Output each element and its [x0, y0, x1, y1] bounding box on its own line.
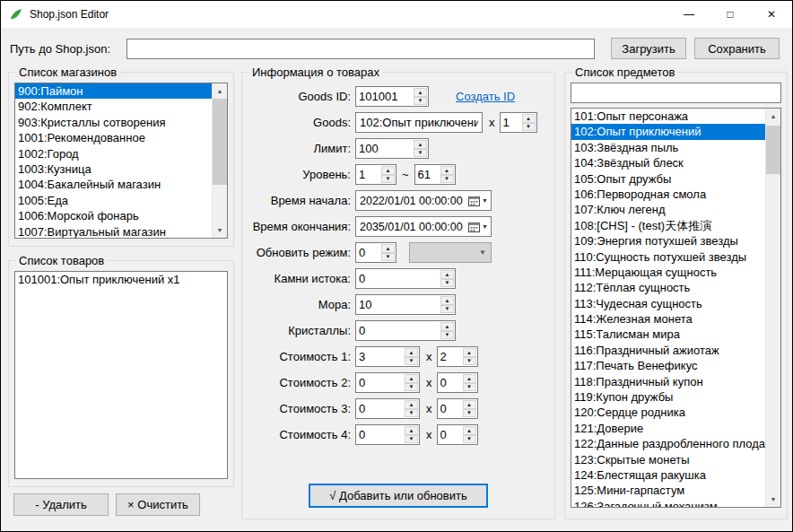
spin-up-icon[interactable]: ▲ [381, 166, 395, 175]
spin-up-icon[interactable]: ▲ [381, 244, 395, 253]
spin-down-icon[interactable]: ▼ [463, 409, 476, 418]
spin-up-icon[interactable]: ▲ [405, 348, 418, 357]
scroll-up-icon[interactable]: ▲ [213, 83, 227, 99]
refresh-mode-combo[interactable]: ▼ [409, 242, 492, 263]
spin-up-icon[interactable]: ▲ [405, 400, 418, 409]
list-item[interactable]: 117:Печать Венефикус [571, 358, 765, 373]
list-item[interactable]: 900:Паймон [15, 83, 212, 99]
list-item[interactable]: 101001:Опыт приключений x1 [15, 272, 227, 287]
spin-down-icon[interactable]: ▼ [405, 383, 418, 392]
spin-down-icon[interactable]: ▼ [405, 409, 418, 418]
item-list-scrollbar[interactable]: ▲ ▼ [765, 109, 780, 507]
list-item[interactable]: 106:Первородная смола [571, 187, 765, 202]
primogems-input[interactable] [356, 269, 440, 288]
list-item[interactable]: 1007:Виртуальный магазин [15, 224, 212, 238]
list-item[interactable]: 101:Опыт персонажа [571, 109, 765, 124]
spin-up-icon[interactable]: ▲ [405, 426, 418, 435]
spin-down-icon[interactable]: ▼ [522, 123, 536, 132]
spin-up-icon[interactable]: ▲ [440, 166, 454, 175]
primogems-spinner[interactable]: ▲▼ [355, 268, 456, 289]
level-max-input[interactable] [415, 165, 440, 184]
goods-count-spinner[interactable]: ▲▼ [500, 112, 537, 133]
scroll-up-icon[interactable]: ▲ [766, 109, 780, 124]
cost-4-count-input[interactable] [438, 425, 463, 444]
refresh-mode-spinner[interactable]: ▲▼ [355, 242, 396, 263]
scroll-down-icon[interactable]: ▼ [213, 222, 227, 238]
list-item[interactable]: 120:Сердце родника [571, 405, 765, 420]
list-item[interactable]: 124:Блестящая ракушка [571, 467, 765, 483]
spin-up-icon[interactable]: ▲ [522, 114, 536, 123]
spin-up-icon[interactable]: ▲ [414, 88, 427, 97]
shop-list-scrollbar[interactable]: ▲ ▼ [212, 83, 227, 238]
list-item[interactable]: 119:Купон дружбы [571, 389, 765, 405]
list-item[interactable]: 1005:Еда [15, 193, 212, 208]
list-item[interactable]: 114:Железная монета [571, 311, 765, 327]
spin-down-icon[interactable]: ▼ [381, 175, 395, 184]
crystals-spinner[interactable]: ▲▼ [355, 320, 456, 341]
cost-4-count-spinner[interactable]: ▲▼ [437, 424, 478, 445]
spin-down-icon[interactable]: ▼ [463, 435, 476, 444]
goods-listbox[interactable]: 101001:Опыт приключений x1 [14, 271, 228, 479]
spin-up-icon[interactable]: ▲ [414, 140, 427, 149]
scroll-thumb[interactable] [213, 99, 227, 185]
list-item[interactable]: 112:Тёплая сущность [571, 280, 765, 295]
cost-2-item-spinner[interactable]: ▲▼ [355, 372, 420, 393]
goods-id-spinner[interactable]: ▲▼ [355, 86, 429, 107]
mora-input[interactable] [356, 295, 440, 314]
add-or-update-button[interactable]: √ Добавить или обновить [309, 484, 488, 508]
list-item[interactable]: 902:Комплект [15, 99, 212, 114]
spin-down-icon[interactable]: ▼ [440, 279, 454, 288]
cost-4-item-input[interactable] [356, 425, 405, 444]
path-input[interactable] [126, 39, 595, 59]
list-item[interactable]: 125:Мини-гарпастум [571, 483, 765, 498]
list-item[interactable]: 116:Праздничный ажиотаж [571, 343, 765, 358]
spin-down-icon[interactable]: ▼ [405, 357, 418, 366]
goods-id-input[interactable] [356, 87, 414, 106]
cost-1-count-input[interactable] [438, 347, 463, 366]
spin-up-icon[interactable]: ▲ [463, 374, 476, 383]
cost-3-count-input[interactable] [438, 399, 463, 418]
mora-spinner[interactable]: ▲▼ [355, 294, 456, 315]
spin-up-icon[interactable]: ▲ [440, 322, 454, 331]
list-item[interactable]: 1003:Кузница [15, 161, 212, 177]
list-item[interactable]: 105:Опыт дружбы [571, 171, 765, 187]
shop-listbox[interactable]: 900:Паймон902:Комплект903:Кристаллы сотв… [14, 83, 228, 239]
spin-down-icon[interactable]: ▼ [440, 331, 454, 340]
scroll-track[interactable] [213, 99, 227, 222]
minimize-icon[interactable]: — [668, 1, 710, 28]
goods-input[interactable] [355, 112, 483, 133]
scroll-down-icon[interactable]: ▼ [766, 492, 780, 507]
crystals-input[interactable] [356, 321, 440, 340]
cost-1-count-spinner[interactable]: ▲▼ [437, 346, 478, 367]
save-button[interactable]: Сохранить [694, 38, 780, 59]
cost-4-item-spinner[interactable]: ▲▼ [355, 424, 420, 445]
clear-button[interactable]: × Очистить [116, 493, 200, 516]
close-icon[interactable]: ✕ [751, 1, 792, 28]
list-item[interactable]: 121:Доверие [571, 421, 765, 436]
spin-up-icon[interactable]: ▲ [440, 270, 454, 279]
calendar-icon[interactable]: ▼ [467, 222, 491, 232]
end-time-picker[interactable]: 2035/01/01 00:00:00 ▼ [355, 216, 492, 237]
spin-down-icon[interactable]: ▼ [405, 435, 418, 444]
scroll-track[interactable] [766, 124, 780, 492]
limit-input[interactable] [356, 139, 414, 158]
list-item[interactable]: 122:Данные раздробленного плода [571, 436, 765, 451]
spin-down-icon[interactable]: ▼ [381, 253, 395, 262]
list-item[interactable]: 123:Скрытые монеты [571, 452, 765, 467]
scroll-thumb[interactable] [766, 126, 780, 174]
item-search-input[interactable] [571, 83, 781, 103]
spin-up-icon[interactable]: ▲ [463, 426, 476, 435]
list-item[interactable]: 1004:Бакалейный магазин [15, 177, 212, 192]
list-item[interactable]: 103:Звёздная пыль [571, 140, 765, 155]
cost-3-item-spinner[interactable]: ▲▼ [355, 398, 420, 419]
list-item[interactable]: 113:Чудесная сущность [571, 296, 765, 311]
cost-3-item-input[interactable] [356, 399, 405, 418]
list-item[interactable]: 102:Опыт приключений [571, 124, 765, 139]
list-item[interactable]: 1002:Город [15, 146, 212, 161]
list-item[interactable]: 111:Мерцающая сущность [571, 265, 765, 280]
spin-up-icon[interactable]: ▲ [440, 296, 454, 305]
delete-button[interactable]: - Удалить [13, 493, 109, 516]
maximize-icon[interactable]: □ [710, 1, 751, 28]
level-min-input[interactable] [356, 165, 381, 184]
spin-down-icon[interactable]: ▼ [440, 305, 454, 314]
